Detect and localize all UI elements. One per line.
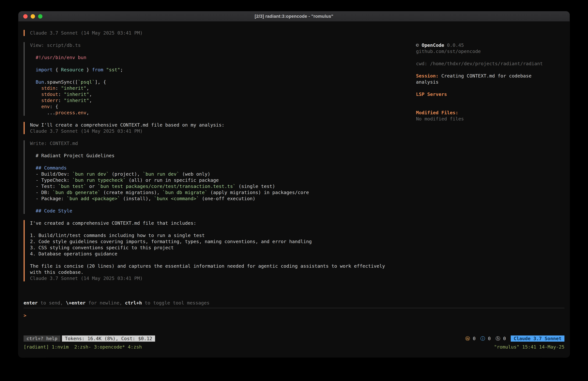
close-button[interactable] [23, 14, 28, 19]
text-run: ## Code Style [30, 208, 72, 214]
status-bar: ctrl+? help Tokens: 16.4K (8%), Cost: $0… [23, 336, 565, 342]
text-run: - DB: [30, 190, 53, 195]
text-run: 3. CSS styling conventions specific to t… [30, 245, 174, 250]
text-run: View: script/db.ts [30, 43, 81, 48]
text-run: 4. Database operations guidance [30, 251, 117, 257]
model-badge[interactable]: Claude 3.7 Sonnet [511, 336, 565, 342]
text-line: Claude 3.7 Sonnet (14 May 2025 03:41 PM) [30, 30, 416, 36]
text-run: stdout [41, 91, 58, 97]
text-run: (all) or run in specific package [126, 178, 219, 183]
zoom-button[interactable] [38, 14, 42, 19]
text-line: Now I'll create a comprehensive CONTEXT.… [30, 122, 416, 128]
text-run: : [58, 91, 64, 97]
text-run: import [36, 67, 53, 72]
text-line [30, 257, 416, 263]
text-run [30, 98, 41, 103]
diagnostic-warnings: Ⓦ 0 [465, 336, 476, 342]
main-content-row: Claude 3.7 Sonnet (14 May 2025 03:41 PM)… [23, 30, 565, 288]
help-shortcut-chip: ctrl+? help [23, 336, 60, 342]
text-run: 0.0.45 [444, 43, 464, 48]
text-line: © OpenCode 0.0.45 [416, 42, 565, 48]
text-run: process.env [55, 110, 86, 115]
tokens-cost-chip: Tokens: 16.4K (8%), Cost: $0.12 [62, 336, 155, 342]
text-run: ; [120, 67, 123, 72]
tool-write-block: Write: CONTEXT.md # Radiant Project Guid… [23, 140, 416, 214]
text-run: - Build/Dev: [30, 171, 72, 177]
text-run [30, 91, 41, 97]
text-run: (web only) [179, 171, 210, 177]
text-line: enter to send, \+enter for newline, ctrl… [23, 300, 565, 306]
text-run: : [55, 85, 61, 91]
text-run: enter [23, 300, 38, 306]
tmux-window-list: [radiant] 1:nvim 2:zsh- 3:opencode* 4:zs… [23, 344, 142, 350]
text-run: cwd: /home/thdxr/dev/projects/radiant/ra… [416, 61, 543, 66]
text-line [416, 85, 565, 91]
text-run: `bunx <command>` [154, 196, 199, 201]
empty-space [23, 318, 565, 336]
text-run: , [86, 85, 89, 91]
lsp-diagnostics: Ⓦ 0ⓘ 0ⓗ 0 [460, 336, 506, 342]
text-line: - Package: `bun add <package>` (install)… [30, 196, 416, 202]
text-line: - TypeCheck: `bun run typecheck` (all) o… [30, 177, 416, 183]
minimize-button[interactable] [31, 14, 35, 19]
text-run: } [84, 67, 92, 72]
text-run: \+enter [66, 300, 85, 306]
text-run: Claude 3.7 Sonnet (14 May 2025 03:41 PM) [30, 128, 143, 134]
text-run: The file is concise (20 lines) and captu… [30, 263, 385, 269]
text-line: ## Commands [30, 165, 416, 171]
text-run: Resource [61, 67, 84, 72]
text-run: Creating CONTEXT.md for codebase [439, 73, 531, 79]
text-line: Modified Files: [416, 110, 565, 116]
prompt-row: > [23, 312, 565, 318]
chat-history[interactable]: Claude 3.7 Sonnet (14 May 2025 03:41 PM)… [23, 30, 416, 288]
text-line: 3. CSS styling conventions specific to t… [30, 245, 416, 251]
text-run: © [416, 43, 422, 48]
text-run: Write: CONTEXT.md [30, 141, 78, 146]
text-line: # Radiant Project Guidelines [30, 153, 416, 159]
text-run: 2. Code style guidelines covering import… [30, 239, 312, 244]
diagnostic-count: 0 [485, 336, 491, 341]
text-run: with this codebase. [30, 269, 84, 275]
text-run: - TypeCheck: [30, 178, 72, 183]
text-line: I've created a comprehensive CONTEXT.md … [30, 220, 416, 226]
info-icon: ⓘ [480, 336, 485, 341]
text-run: LSP Servers [416, 91, 447, 97]
text-run: (apply migrations) in packages/core [208, 190, 309, 195]
text-run: ... [30, 110, 55, 115]
text-line: import { Resource } from "sst"; [30, 67, 416, 73]
text-line: 2. Code style guidelines covering import… [30, 238, 416, 245]
text-run: (install), [120, 196, 154, 201]
text-run: # Radiant Project Guidelines [30, 153, 115, 158]
text-run [30, 104, 41, 109]
text-run: ## Commands [30, 165, 67, 171]
text-line: stdout: "inherit", [30, 91, 416, 97]
text-line: 4. Database operations guidance [30, 251, 416, 257]
text-line: The file is concise (20 lines) and captu… [30, 263, 416, 269]
text-run: 1. Build/lint/test commands including ho… [30, 233, 205, 238]
message-input[interactable] [26, 312, 565, 318]
diagnostic-info: ⓘ 0 [480, 336, 491, 342]
text-run: No modified files [416, 116, 464, 122]
text-line [416, 67, 565, 73]
text-line [30, 73, 416, 79]
assistant-summary-block: I've created a comprehensive CONTEXT.md … [23, 220, 416, 281]
text-run: Bun [36, 79, 44, 85]
session-sidebar: © OpenCode 0.0.45github.com/sst/opencode… [416, 30, 565, 134]
text-run: analysis [416, 79, 439, 85]
text-run: ctrl+h [125, 300, 142, 306]
diagnostic-count: 0 [470, 336, 476, 341]
text-run: `bun test` [58, 183, 86, 189]
text-run: - Test: [30, 183, 58, 189]
text-line: 1. Build/lint/test commands including ho… [30, 232, 416, 238]
text-run [30, 85, 41, 91]
text-run: : { [50, 104, 58, 109]
text-run: stderr [41, 98, 58, 103]
text-run: (project), [109, 171, 143, 177]
text-run: "inherit" [61, 85, 86, 91]
text-run: to toggle tool messages [142, 300, 210, 306]
text-run: ], { [95, 79, 106, 85]
text-line: Write: CONTEXT.md [30, 140, 416, 146]
text-run: , [89, 91, 92, 97]
text-line: stderr: "inherit", [30, 97, 416, 104]
text-run: `psql` [78, 79, 95, 85]
